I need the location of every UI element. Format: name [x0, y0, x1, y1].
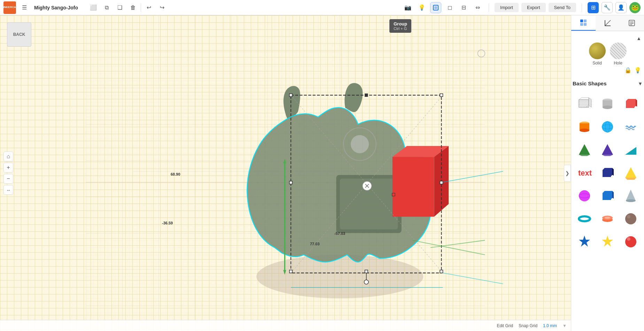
shapes-dropdown-icon[interactable]: ▼: [638, 81, 643, 86]
camera-view-button[interactable]: 📷: [402, 2, 413, 13]
svg-point-24: [364, 280, 368, 284]
shape-box-navy[interactable]: [597, 162, 618, 183]
snap-grid-label: Snap Grid: [519, 323, 537, 328]
measure-77: 77.03: [310, 242, 320, 246]
svg-line-42: [430, 240, 485, 248]
shape-sphere-brown[interactable]: [620, 208, 641, 229]
svg-marker-60: [626, 99, 636, 108]
tab-notes[interactable]: [620, 15, 644, 31]
duplicate-button[interactable]: ❑: [114, 2, 125, 13]
svg-rect-45: [584, 20, 587, 22]
svg-rect-18: [440, 270, 443, 273]
svg-marker-61: [636, 99, 637, 107]
redo-button[interactable]: ↪: [156, 2, 168, 13]
hamburger-menu-button[interactable]: ☰: [19, 2, 30, 13]
hole-label: Hole: [614, 61, 622, 66]
shapes-grid: text: [574, 92, 641, 254]
shape-donut-orange[interactable]: [597, 208, 618, 229]
user-avatar[interactable]: 🐸: [629, 2, 641, 13]
send-to-button[interactable]: Send To: [549, 3, 576, 12]
svg-point-91: [625, 213, 636, 224]
svg-point-7: [343, 128, 376, 161]
shape-torus[interactable]: [574, 208, 595, 229]
home-view-button[interactable]: ⌂: [3, 152, 13, 161]
svg-point-8: [351, 135, 369, 153]
export-button[interactable]: Export: [521, 3, 546, 12]
collapse-arrow[interactable]: ▲: [636, 36, 641, 41]
svg-marker-13: [434, 146, 449, 217]
hole-option[interactable]: Hole: [610, 43, 627, 66]
svg-marker-55: [589, 98, 591, 107]
svg-rect-3: [86, 15, 485, 331]
svg-point-96: [627, 237, 630, 241]
shape-wavy-blue[interactable]: [620, 116, 641, 137]
group-button[interactable]: [430, 2, 441, 13]
shape-star-blue[interactable]: [574, 231, 595, 252]
svg-marker-37: [283, 270, 286, 275]
zoom-controls: ⌂ + − ↔: [3, 152, 13, 195]
account-button[interactable]: 👤: [615, 2, 627, 13]
shape-sphere-blue[interactable]: [597, 116, 618, 137]
shape-striped-box[interactable]: [574, 93, 595, 114]
align-button[interactable]: ⊟: [458, 2, 469, 13]
shape-cylinder-orange[interactable]: [574, 116, 595, 137]
svg-rect-11: [393, 157, 434, 217]
pan-button[interactable]: ↔: [3, 185, 13, 195]
solid-label: Solid: [592, 61, 602, 66]
shape-ball-red[interactable]: [620, 231, 641, 252]
tools-button[interactable]: 🔧: [602, 2, 613, 13]
svg-marker-93: [579, 236, 590, 247]
svg-point-80: [579, 190, 590, 201]
undo-button[interactable]: ↩: [143, 2, 154, 13]
ungroup-button[interactable]: ◻: [444, 2, 455, 13]
delete-button[interactable]: 🗑: [127, 2, 139, 13]
measure-neg36: -36.59: [162, 221, 173, 225]
scene-viewport: [0, 15, 571, 331]
copy-button[interactable]: ⧉: [101, 2, 112, 13]
import-button[interactable]: Import: [495, 3, 519, 12]
shape-cylinder-gray[interactable]: [597, 93, 618, 114]
tab-shapes[interactable]: [571, 15, 596, 31]
shape-star-yellow[interactable]: [597, 231, 618, 252]
svg-marker-71: [602, 144, 613, 156]
measure-68-90: 68.90: [171, 172, 180, 176]
lock-icon[interactable]: 🔒: [624, 67, 631, 74]
shape-pyramid-green[interactable]: [574, 139, 595, 160]
mirror-button[interactable]: ⇔: [472, 2, 483, 13]
svg-point-92: [627, 215, 630, 218]
svg-rect-17: [289, 270, 292, 273]
svg-marker-76: [603, 168, 612, 177]
svg-marker-12: [393, 146, 449, 157]
lightbulb-icon[interactable]: 💡: [634, 67, 641, 74]
edit-grid-label[interactable]: Edit Grid: [497, 323, 513, 328]
solid-option[interactable]: Solid: [589, 43, 606, 66]
logo: TIN KER CAD: [3, 1, 16, 14]
viewport[interactable]: BACK ⌂ + − ↔ ❯: [0, 15, 571, 331]
svg-marker-73: [625, 147, 636, 155]
svg-rect-47: [584, 23, 587, 26]
shape-cube-blue[interactable]: [597, 185, 618, 206]
panel-tabs: [571, 15, 644, 31]
tab-dimensions[interactable]: [596, 15, 620, 31]
shape-cone-gray[interactable]: [620, 185, 641, 206]
snap-grid-value[interactable]: 1.0 mm: [543, 323, 557, 328]
svg-line-38: [443, 171, 503, 182]
project-name: Mighty Sango-Jofo: [34, 5, 78, 10]
svg-point-6: [256, 255, 423, 298]
shape-sphere-magenta[interactable]: [574, 185, 595, 206]
svg-rect-28: [392, 193, 395, 196]
grid-view-button[interactable]: ⊞: [588, 2, 599, 13]
shape-text-3d[interactable]: text: [574, 162, 595, 183]
back-cube[interactable]: BACK: [7, 22, 31, 47]
shape-pyramid-purple[interactable]: [597, 139, 618, 160]
svg-marker-83: [603, 191, 612, 200]
zoom-in-button[interactable]: +: [3, 163, 13, 172]
shape-box-red[interactable]: [620, 93, 641, 114]
zoom-out-button[interactable]: −: [3, 174, 13, 184]
svg-rect-10: [340, 179, 398, 230]
light-button[interactable]: 💡: [416, 2, 427, 13]
panel-toggle-button[interactable]: ❯: [564, 165, 571, 182]
new-button[interactable]: ⬜: [88, 2, 99, 13]
shape-pyramid-yellow[interactable]: [620, 162, 641, 183]
shape-wedge-teal[interactable]: [620, 139, 641, 160]
